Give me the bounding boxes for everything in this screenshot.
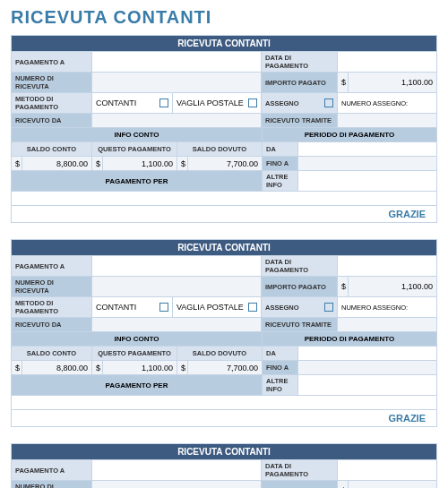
receipt-title-bar: RICEVUTA CONTANTI: [12, 444, 436, 459]
receipts-container: RICEVUTA CONTANTI PAGAMENTO A DATA DI PA…: [0, 35, 448, 488]
receipt-title-bar: RICEVUTA CONTANTI: [12, 36, 436, 51]
currency-questo-pagamento: $: [92, 157, 103, 170]
currency-symbol: $: [338, 73, 349, 92]
header-periodo-pagamento: PERIODO DI PAGAMENTO: [263, 332, 436, 346]
header-pagamento-per: PAGAMENTO PER: [12, 171, 263, 191]
label-questo-pagamento: QUESTO PAGAMENTO: [92, 347, 177, 360]
method-contanti: CONTANTI: [92, 93, 173, 113]
value-questo-pagamento: 1,100.00: [103, 361, 177, 374]
label-da: DA: [263, 347, 298, 360]
currency-symbol: $: [338, 277, 349, 296]
checkbox-contanti[interactable]: [159, 303, 168, 312]
label-ricevuto-tramite: RICEVUTO TRAMITE: [262, 318, 338, 331]
label-contanti: CONTANTI: [96, 98, 136, 107]
label-altre-info: ALTRE INFO: [263, 375, 298, 395]
receipt-block: RICEVUTA CONTANTI PAGAMENTO A DATA DI PA…: [11, 35, 437, 223]
checkbox-vaglia[interactable]: [248, 303, 257, 312]
currency-saldo-conto: $: [12, 361, 22, 374]
label-vaglia: VAGLIA POSTALE: [177, 303, 244, 312]
label-data-pagamento: DATA DI PAGAMENTO: [262, 460, 338, 480]
value-importo-pagato: 1,100.00: [349, 277, 436, 296]
value-pagamento-a[interactable]: [92, 256, 262, 276]
label-contanti: CONTANTI: [96, 303, 136, 312]
label-pagamento-a: PAGAMENTO A: [12, 256, 92, 276]
label-importo-pagato: IMPORTO PAGATO: [262, 481, 338, 488]
label-fino-a: FINO A: [263, 361, 298, 374]
label-importo-pagato: IMPORTO PAGATO: [262, 277, 338, 296]
label-ricevuto-tramite: RICEVUTO TRAMITE: [262, 114, 338, 127]
header-periodo-pagamento: PERIODO DI PAGAMENTO: [263, 128, 436, 141]
label-ricevuto-da: RICEVUTO DA: [12, 318, 92, 331]
label-numero-assegno[interactable]: NUMERO ASSEGNO:: [338, 297, 436, 317]
value-data-pagamento[interactable]: [338, 256, 436, 276]
label-data-pagamento: DATA DI PAGAMENTO: [262, 52, 338, 72]
label-numero-assegno[interactable]: NUMERO ASSEGNO:: [338, 93, 436, 113]
label-vaglia: VAGLIA POSTALE: [177, 98, 244, 107]
value-saldo-dovuto: 7,700.00: [188, 361, 263, 374]
value-numero-ricevuta[interactable]: [92, 481, 262, 488]
value-pagamento-a[interactable]: [92, 460, 262, 480]
value-ricevuto-tramite[interactable]: [338, 318, 436, 331]
method-vaglia: VAGLIA POSTALE: [173, 297, 262, 317]
checkbox-assegno[interactable]: [324, 303, 333, 312]
label-importo-pagato: IMPORTO PAGATO: [262, 73, 338, 92]
receipt-block: RICEVUTA CONTANTI PAGAMENTO A DATA DI PA…: [11, 239, 437, 427]
currency-symbol: $: [338, 481, 349, 488]
checkbox-assegno[interactable]: [324, 98, 333, 107]
value-data-pagamento[interactable]: [338, 460, 436, 480]
value-ricevuto-da[interactable]: [92, 114, 262, 127]
checkbox-contanti[interactable]: [159, 98, 168, 107]
value-fino-a[interactable]: [298, 361, 436, 374]
value-ricevuto-da[interactable]: [92, 318, 262, 331]
label-data-pagamento: DATA DI PAGAMENTO: [262, 256, 338, 276]
currency-saldo-dovuto: $: [177, 157, 188, 170]
label-saldo-dovuto: SALDO DOVUTO: [177, 347, 263, 360]
currency-saldo-dovuto: $: [177, 361, 188, 374]
method-contanti: CONTANTI: [92, 297, 173, 317]
label-questo-pagamento: QUESTO PAGAMENTO: [92, 142, 177, 156]
label-numero-ricevuta: NUMERO DI RICEVUTA: [12, 277, 92, 296]
value-pagamento-per[interactable]: [12, 396, 436, 409]
method-vaglia: VAGLIA POSTALE: [173, 93, 262, 113]
value-saldo-dovuto: 7,700.00: [188, 157, 263, 170]
checkbox-vaglia[interactable]: [248, 98, 257, 107]
value-altre-info[interactable]: [298, 171, 436, 191]
method-assegno: ASSEGNO: [262, 297, 338, 317]
page-title: RICEVUTA CONTANTI: [0, 0, 448, 31]
value-saldo-conto: 8,800.00: [22, 157, 92, 170]
label-pagamento-a: PAGAMENTO A: [12, 52, 92, 72]
label-metodo-pagamento: METODO DI PAGAMENTO: [12, 93, 92, 113]
value-ricevuto-tramite[interactable]: [338, 114, 436, 127]
label-saldo-dovuto: SALDO DOVUTO: [177, 142, 263, 156]
value-pagamento-per[interactable]: [12, 192, 436, 205]
value-altre-info[interactable]: [298, 375, 436, 395]
header-info-conto: INFO CONTO: [12, 128, 263, 141]
label-altre-info: ALTRE INFO: [263, 171, 298, 191]
value-numero-ricevuta[interactable]: [92, 277, 262, 296]
header-info-conto: INFO CONTO: [12, 332, 263, 346]
thanks-text: GRAZIE: [12, 409, 436, 426]
receipt-block: RICEVUTA CONTANTI PAGAMENTO A DATA DI PA…: [11, 443, 437, 488]
header-pagamento-per: PAGAMENTO PER: [12, 375, 263, 395]
value-importo-pagato: 1,100.00: [349, 73, 436, 92]
label-metodo-pagamento: METODO DI PAGAMENTO: [12, 297, 92, 317]
method-assegno: ASSEGNO: [262, 93, 338, 113]
currency-questo-pagamento: $: [92, 361, 103, 374]
label-assegno: ASSEGNO: [265, 304, 299, 312]
value-saldo-conto: 8,800.00: [22, 361, 92, 374]
currency-saldo-conto: $: [12, 157, 22, 170]
value-numero-ricevuta[interactable]: [92, 73, 262, 92]
value-da[interactable]: [298, 347, 436, 360]
label-assegno: ASSEGNO: [265, 99, 299, 107]
label-saldo-conto: SALDO CONTO: [12, 142, 92, 156]
thanks-text: GRAZIE: [12, 205, 436, 222]
value-da[interactable]: [298, 142, 436, 156]
value-pagamento-a[interactable]: [92, 52, 262, 72]
label-numero-ricevuta: NUMERO DI RICEVUTA: [12, 73, 92, 92]
label-numero-ricevuta: NUMERO DI RICEVUTA: [12, 481, 92, 488]
value-fino-a[interactable]: [298, 157, 436, 170]
value-data-pagamento[interactable]: [338, 52, 436, 72]
label-fino-a: FINO A: [263, 157, 298, 170]
label-ricevuto-da: RICEVUTO DA: [12, 114, 92, 127]
label-da: DA: [263, 142, 298, 156]
